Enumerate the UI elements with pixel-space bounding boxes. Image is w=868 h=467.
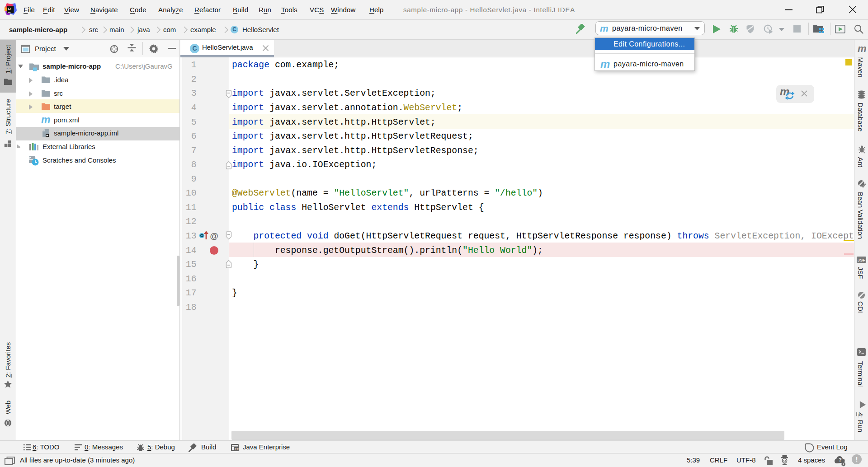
svg-text:?: ? bbox=[839, 457, 842, 462]
svg-text:IJ: IJ bbox=[8, 7, 11, 11]
svg-text:JSF: JSF bbox=[858, 257, 866, 262]
svg-text:EE: EE bbox=[235, 448, 239, 451]
